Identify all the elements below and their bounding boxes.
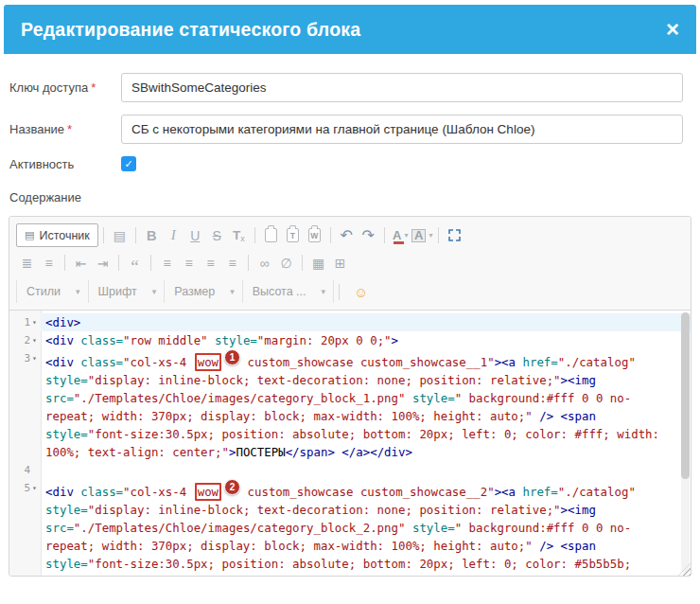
unlink-icon[interactable]: ∅: [275, 252, 297, 275]
close-icon: ×: [666, 16, 679, 42]
name-label-text: Название: [9, 122, 64, 136]
align-justify-icon[interactable]: ≡: [221, 252, 243, 275]
align-center-icon[interactable]: ≡: [178, 252, 200, 275]
fold-arrow-icon[interactable]: ▾: [32, 479, 41, 497]
strikethrough-icon[interactable]: S: [206, 224, 228, 247]
access-key-field: Ключ доступа*: [9, 73, 683, 102]
modal-title: Редактирование статического блока: [21, 19, 666, 41]
outdent-icon[interactable]: ⇤: [70, 252, 92, 275]
line-number[interactable]: 3▾: [9, 349, 41, 367]
templates-icon[interactable]: ▤: [109, 224, 131, 247]
size-combo[interactable]: Размер▾: [165, 280, 243, 303]
blockquote-icon[interactable]: “: [124, 252, 146, 275]
toolbar-row-2: ≣ ≡ ⇤ ⇥ “ ≡ ≡ ≡ ≡ ∞ ∅ ▦ ⊞: [13, 249, 687, 276]
remove-format-t: T: [233, 228, 240, 242]
required-asterisk: *: [91, 80, 96, 95]
fold-arrow-icon[interactable]: ▾: [32, 349, 41, 367]
wow-highlight-token: wow: [195, 353, 221, 371]
line-number[interactable]: 1▾: [9, 313, 41, 331]
styles-combo[interactable]: Стили▾: [16, 280, 89, 303]
name-input[interactable]: [121, 115, 683, 144]
code-line-1[interactable]: 1▾<div>: [9, 313, 691, 331]
content-label: Содержание: [9, 190, 121, 204]
code-line-5[interactable]: 5▾<div class="col-xs-4 wow2 custom_showc…: [9, 479, 691, 576]
ordered-list-icon[interactable]: ≣: [16, 252, 38, 275]
bullet-list-icon[interactable]: ≡: [38, 252, 60, 275]
remove-format-icon[interactable]: Tx: [228, 224, 250, 247]
activity-label: Активность: [9, 157, 121, 171]
fold-arrow-icon[interactable]: ▾: [32, 331, 41, 349]
toolbar-separator: [64, 255, 65, 271]
toolbar-separator: [330, 227, 331, 243]
link-icon[interactable]: ∞: [254, 252, 275, 275]
fold-arrow-icon[interactable]: ▾: [32, 313, 41, 331]
paste-text-letter: T: [290, 231, 295, 240]
paste-icon[interactable]: [260, 224, 282, 247]
redo-icon[interactable]: ↷: [358, 224, 379, 247]
code-line-3[interactable]: 3▾<div class="col-xs-4 wow1 custom_showc…: [9, 349, 691, 461]
toolbar-separator: [339, 284, 340, 300]
code-line-content[interactable]: <div class="col-xs-4 wow2 custom_showcas…: [41, 479, 691, 576]
activity-checkbox[interactable]: ✓: [121, 156, 136, 171]
paste-as-text-icon[interactable]: T: [282, 224, 304, 247]
editor-toolbar: ▤ Источник ▤ B I U S Tx T W ↶: [9, 217, 691, 311]
line-number[interactable]: 2▾: [9, 331, 41, 349]
annotation-badge-1: 1: [224, 349, 240, 365]
indent-icon[interactable]: ⇥: [92, 252, 114, 275]
underline-icon[interactable]: U: [184, 224, 206, 247]
access-key-label: Ключ доступа*: [9, 80, 121, 95]
line-number[interactable]: 4: [9, 461, 41, 479]
toolbar-row-3: Стили▾ Шрифт▾ Размер▾ Высота ...▾ ☺: [13, 276, 687, 307]
code-line-4[interactable]: 4: [9, 461, 691, 479]
vertical-scrollbar[interactable]: [681, 312, 690, 573]
toolbar-separator: [135, 227, 136, 243]
smiley-icon[interactable]: ☺: [350, 280, 372, 303]
bold-icon[interactable]: B: [141, 224, 163, 247]
code-line-content[interactable]: [41, 461, 691, 479]
toolbar-separator: [248, 255, 249, 271]
toolbar-row-1: ▤ Источник ▤ B I U S Tx T W ↶: [13, 222, 687, 249]
paste-from-word-icon[interactable]: W: [304, 224, 325, 247]
toolbar-separator: [384, 227, 385, 243]
modal-body: Ключ доступа* Название* Активность ✓ Сод…: [4, 54, 696, 577]
line-number[interactable]: 5▾: [9, 479, 41, 497]
table-icon[interactable]: ⊞: [329, 252, 351, 275]
undo-icon[interactable]: ↶: [336, 224, 358, 247]
styles-combo-label: Стили: [26, 285, 61, 298]
name-label: Название*: [9, 122, 121, 136]
code-editor[interactable]: 1▾<div>2▾<div class="row middle" style="…: [9, 311, 691, 576]
text-color-button[interactable]: A▾: [390, 224, 411, 247]
bg-color-letter: A: [411, 229, 426, 242]
code-line-2[interactable]: 2▾<div class="row middle" style="margin:…: [9, 331, 691, 349]
checkmark-icon: ✓: [124, 158, 132, 169]
italic-icon[interactable]: I: [163, 224, 184, 247]
text-color-letter: A: [393, 230, 401, 241]
modal-header: Редактирование статического блока ×: [4, 5, 696, 54]
align-right-icon[interactable]: ≡: [200, 252, 221, 275]
scrollbar-thumb[interactable]: [681, 312, 690, 479]
code-line-content[interactable]: <div>: [41, 313, 691, 331]
close-button[interactable]: ×: [666, 18, 679, 41]
background-color-button[interactable]: A▾: [411, 224, 433, 247]
code-line-content[interactable]: <div class="col-xs-4 wow1 custom_showcas…: [41, 349, 691, 461]
source-button[interactable]: ▤ Источник: [16, 223, 98, 247]
image-icon[interactable]: ▦: [307, 252, 329, 275]
color-bar: [394, 241, 404, 244]
remove-format-x: x: [240, 234, 245, 243]
chevron-down-icon: ▾: [230, 287, 235, 296]
line-height-combo[interactable]: Высота ...▾: [243, 280, 334, 303]
toolbar-separator: [150, 255, 151, 271]
chevron-down-icon: ▾: [322, 287, 326, 296]
content-editor: ▤ Источник ▤ B I U S Tx T W ↶: [9, 216, 691, 577]
access-key-input[interactable]: [121, 73, 683, 102]
align-left-icon[interactable]: ≡: [156, 252, 178, 275]
font-combo[interactable]: Шрифт▾: [89, 280, 166, 303]
code-line-content[interactable]: <div class="row middle" style="margin: 2…: [41, 331, 691, 349]
name-field: Название*: [9, 115, 683, 144]
maximize-glyph: [448, 229, 461, 241]
access-key-label-text: Ключ доступа: [9, 80, 88, 95]
size-combo-label: Размер: [174, 285, 215, 298]
edit-static-block-modal: Редактирование статического блока × Ключ…: [4, 5, 696, 577]
maximize-icon[interactable]: [444, 224, 465, 247]
chevron-down-icon: ▾: [76, 287, 80, 296]
